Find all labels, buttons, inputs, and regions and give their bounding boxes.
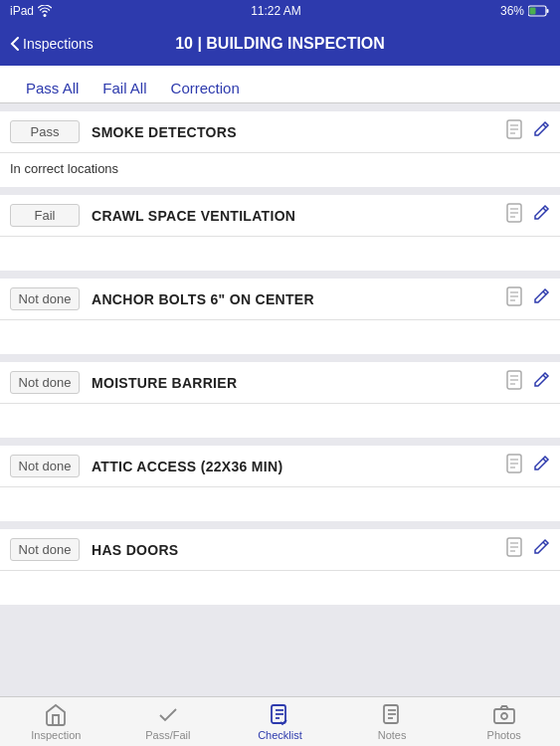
status-badge[interactable]: Not done [10,455,80,477]
back-chevron-icon [10,36,20,52]
svg-line-17 [543,291,546,294]
doc-icon[interactable] [506,370,524,395]
item-name: ANCHOR BOLTS 6" ON CENTER [80,291,506,307]
edit-icon[interactable] [532,538,550,561]
bottom-tab-photos-label: Photos [487,729,521,741]
list-item: Pass SMOKE DETECTORS [0,111,560,187]
item-header: Not done MOISTURE BARRIER [0,362,560,404]
list-item: Not done HAS DOORS [0,529,560,605]
back-label: Inspections [23,36,93,52]
status-badge[interactable]: Not done [10,371,80,394]
doc-icon[interactable] [506,286,524,311]
tab-fail-all[interactable]: Fail All [91,74,158,102]
bottom-tab-checklist-label: Checklist [258,729,302,741]
status-badge[interactable]: Pass [10,120,80,143]
item-header: Pass SMOKE DETECTORS [0,111,560,153]
item-icons [506,537,550,562]
tab-correction[interactable]: Correction [159,74,252,102]
battery-label: 36% [500,4,524,18]
item-name: ATTIC ACCESS (22X36 MIN) [80,459,506,474]
svg-rect-41 [494,709,514,723]
item-name: CRAWL SPACE VENTILATION [80,208,506,224]
item-header: Not done ANCHOR BOLTS 6" ON CENTER [0,279,560,320]
doc-icon[interactable] [506,203,524,228]
doc-icon[interactable] [506,119,524,144]
svg-line-22 [543,375,546,378]
time-label: 11:22 AM [251,4,301,18]
wifi-icon [38,5,52,17]
doc-icon[interactable] [506,454,524,478]
svg-line-12 [543,208,546,211]
status-right: 36% [500,4,550,18]
list-item: Not done MOISTURE BARRIER [0,362,560,438]
bottom-tab-passfail-label: Pass/Fail [145,729,190,741]
list-item: Not done ANCHOR BOLTS 6" ON CENTER [0,279,560,354]
device-label: iPad [10,4,34,18]
edit-icon[interactable] [532,455,550,477]
svg-line-7 [543,124,546,127]
edit-icon[interactable] [532,120,550,143]
inspection-list: Pass SMOKE DETECTORS [0,103,560,693]
item-icons [506,454,550,478]
bottom-tab-checklist[interactable]: Checklist [240,703,319,741]
item-header: Not done ATTIC ACCESS (22X36 MIN) [0,446,560,487]
item-icons [506,370,550,395]
item-note [0,320,560,354]
bottom-tab-notes-label: Notes [378,729,407,741]
bottom-tab-inspection-label: Inspection [31,729,81,741]
status-badge[interactable]: Fail [10,204,80,227]
item-name: SMOKE DETECTORS [80,124,506,140]
svg-line-27 [543,459,546,462]
nav-bar: Inspections 10 | BUILDING INSPECTION [0,22,560,66]
battery-icon [528,5,550,17]
doc-icon[interactable] [506,537,524,562]
status-badge[interactable]: Not done [10,287,80,310]
edit-icon[interactable] [532,287,550,310]
item-icons [506,203,550,228]
edit-icon[interactable] [532,371,550,394]
status-left: iPad [10,4,52,18]
item-name: HAS DOORS [80,542,506,558]
back-button[interactable]: Inspections [10,36,93,52]
item-icons [506,286,550,311]
bottom-tab-notes[interactable]: Notes [352,703,432,741]
edit-icon[interactable] [532,204,550,227]
svg-rect-2 [529,8,535,15]
status-bar: iPad 11:22 AM 36% [0,0,560,22]
status-badge[interactable]: Not done [10,538,80,561]
svg-rect-1 [546,9,548,13]
item-note [0,404,560,438]
item-name: MOISTURE BARRIER [80,375,506,391]
page-title: 10 | BUILDING INSPECTION [175,35,385,53]
item-icons [506,119,550,144]
bottom-tab-inspection[interactable]: Inspection [16,703,95,741]
item-note [0,237,560,271]
svg-point-42 [501,713,507,719]
list-item: Fail CRAWL SPACE VENTILATION [0,195,560,271]
item-note: In correct locations [0,153,560,187]
item-note [0,571,560,605]
bottom-tab-bar: Inspection Pass/Fail Checklist Notes [0,696,560,746]
tab-pass-all[interactable]: Pass All [14,74,91,102]
bottom-tab-passfail[interactable]: Pass/Fail [128,703,208,741]
item-header: Not done HAS DOORS [0,529,560,571]
item-note [0,487,560,521]
item-header: Fail CRAWL SPACE VENTILATION [0,195,560,237]
tab-row: Pass All Fail All Correction [0,66,560,103]
list-item: Not done ATTIC ACCESS (22X36 MIN) [0,446,560,521]
svg-line-32 [543,542,546,545]
bottom-tab-photos[interactable]: Photos [465,703,544,741]
